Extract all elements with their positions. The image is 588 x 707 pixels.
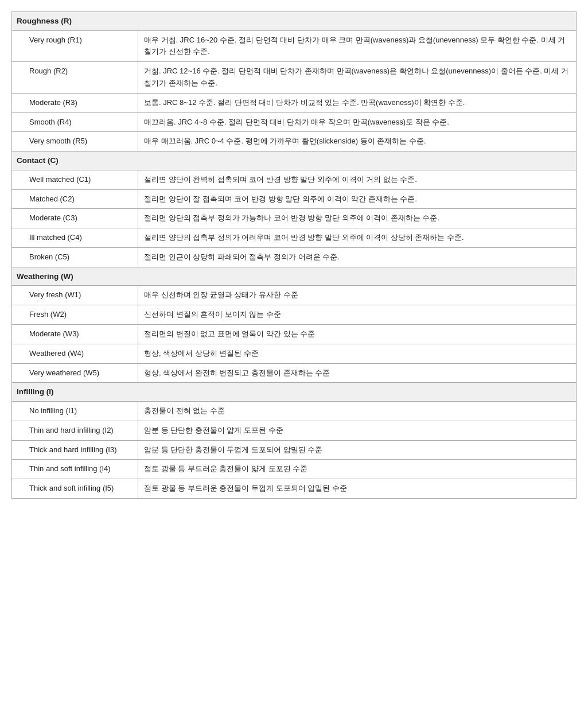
desc-cell-roughness-0: 매우 거칢. JRC 16~20 수준. 절리 단면적 대비 단차가 매우 크며… [138, 30, 577, 62]
section-title-infilling: Infilling (I) [12, 383, 577, 402]
table-row: Well matched (C1)절리면 양단이 완벽히 접촉되며 코어 반경 … [12, 170, 577, 189]
table-row: Rough (R2)거칢. JRC 12~16 수준. 절리 단면적 대비 단차… [12, 62, 577, 94]
section-title-contact: Contact (C) [12, 152, 577, 170]
table-row: Broken (C5)절리면 인근이 상당히 파쇄되어 접촉부 정의가 어려운 … [12, 247, 577, 267]
table-row: Very fresh (W1)매우 신선하며 인장 균열과 상태가 유사한 수준 [12, 286, 577, 305]
term-cell-infilling-2: Thick and hard infilling (I3) [12, 440, 138, 460]
table-row: Matched (C2)절리면 양단이 잘 접촉되며 코어 반경 방향 말단 외… [12, 189, 577, 209]
table-row: No infilling (I1)충전물이 전혀 없는 수준 [12, 401, 577, 421]
term-cell-roughness-0: Very rough (R1) [12, 30, 138, 62]
table-row: Very weathered (W5)형상, 색상에서 완전히 변질되고 충전물… [12, 363, 577, 383]
table-row: Thin and soft infilling (I4)점토 광물 등 부드러운… [12, 460, 577, 479]
desc-cell-weathering-1: 신선하며 변질의 흔적이 보이지 않는 수준 [138, 305, 577, 325]
desc-cell-contact-2: 절리면 양단의 접촉부 정의가 가능하나 코어 반경 방향 말단 외주에 이격이… [138, 209, 577, 228]
section-title-roughness: Roughness (R) [12, 12, 577, 31]
desc-cell-infilling-2: 암분 등 단단한 충전물이 두껍게 도포되어 압밀된 수준 [138, 440, 577, 460]
classification-table: Roughness (R)Very rough (R1)매우 거칢. JRC 1… [11, 11, 577, 499]
desc-cell-contact-1: 절리면 양단이 잘 접촉되며 코어 반경 방향 말단 외주에 이격이 약간 존재… [138, 189, 577, 209]
table-row: Thick and soft infilling (I5)점토 광물 등 부드러… [12, 479, 577, 499]
term-cell-roughness-3: Smooth (R4) [12, 112, 138, 132]
table-row: Moderate (W3)절리면의 변질이 없고 표면에 얼룩이 약간 있는 수… [12, 324, 577, 344]
table-row: Very smooth (R5)매우 매끄러움. JRC 0~4 수준. 평면에… [12, 132, 577, 152]
table-row: Thick and hard infilling (I3)암분 등 단단한 충전… [12, 440, 577, 460]
table-row: Thin and hard infilling (I2)암분 등 단단한 충전물… [12, 421, 577, 440]
term-cell-weathering-4: Very weathered (W5) [12, 363, 138, 383]
desc-cell-infilling-3: 점토 광물 등 부드러운 충전물이 얇게 도포된 수준 [138, 460, 577, 479]
desc-cell-contact-4: 절리면 인근이 상당히 파쇄되어 접촉부 정의가 어려운 수준. [138, 247, 577, 267]
desc-cell-roughness-1: 거칢. JRC 12~16 수준. 절리 단면적 대비 단차가 존재하며 만곡(… [138, 62, 577, 94]
table-row: Moderate (C3)절리면 양단의 접촉부 정의가 가능하나 코어 반경 … [12, 209, 577, 228]
term-cell-contact-2: Moderate (C3) [12, 209, 138, 228]
term-cell-infilling-1: Thin and hard infilling (I2) [12, 421, 138, 440]
table-row: Very rough (R1)매우 거칢. JRC 16~20 수준. 절리 단… [12, 30, 577, 62]
term-cell-weathering-0: Very fresh (W1) [12, 286, 138, 305]
desc-cell-infilling-1: 암분 등 단단한 충전물이 얇게 도포된 수준 [138, 421, 577, 440]
table-row: Ill matched (C4)절리면 양단의 접촉부 정의가 어려우며 코어 … [12, 228, 577, 248]
desc-cell-infilling-4: 점토 광물 등 부드러운 충전물이 두껍게 도포되어 압밀된 수준 [138, 479, 577, 499]
desc-cell-weathering-4: 형상, 색상에서 완전히 변질되고 충전물이 존재하는 수준 [138, 363, 577, 383]
term-cell-weathering-1: Fresh (W2) [12, 305, 138, 325]
section-header-roughness: Roughness (R) [12, 12, 577, 31]
section-header-weathering: Weathering (W) [12, 267, 577, 286]
table-row: Moderate (R3)보통. JRC 8~12 수준. 절리 단면적 대비 … [12, 93, 577, 112]
desc-cell-weathering-2: 절리면의 변질이 없고 표면에 얼룩이 약간 있는 수준 [138, 324, 577, 344]
section-header-contact: Contact (C) [12, 152, 577, 170]
term-cell-infilling-0: No infilling (I1) [12, 401, 138, 421]
term-cell-weathering-3: Weathered (W4) [12, 344, 138, 363]
section-header-infilling: Infilling (I) [12, 383, 577, 402]
desc-cell-contact-3: 절리면 양단의 접촉부 정의가 어려우며 코어 반경 방향 말단 외주에 이격이… [138, 228, 577, 248]
desc-cell-roughness-3: 매끄러움. JRC 4~8 수준. 절리 단면적 대비 단차가 매우 작으며 만… [138, 112, 577, 132]
term-cell-contact-0: Well matched (C1) [12, 170, 138, 189]
desc-cell-weathering-3: 형상, 색상에서 상당히 변질된 수준 [138, 344, 577, 363]
term-cell-contact-3: Ill matched (C4) [12, 228, 138, 248]
table-row: Weathered (W4)형상, 색상에서 상당히 변질된 수준 [12, 344, 577, 363]
term-cell-infilling-4: Thick and soft infilling (I5) [12, 479, 138, 499]
desc-cell-weathering-0: 매우 신선하며 인장 균열과 상태가 유사한 수준 [138, 286, 577, 305]
desc-cell-contact-0: 절리면 양단이 완벽히 접촉되며 코어 반경 방향 말단 외주에 이격이 거의 … [138, 170, 577, 189]
table-row: Fresh (W2)신선하며 변질의 흔적이 보이지 않는 수준 [12, 305, 577, 325]
term-cell-contact-1: Matched (C2) [12, 189, 138, 209]
term-cell-roughness-1: Rough (R2) [12, 62, 138, 94]
term-cell-infilling-3: Thin and soft infilling (I4) [12, 460, 138, 479]
term-cell-contact-4: Broken (C5) [12, 247, 138, 267]
term-cell-roughness-4: Very smooth (R5) [12, 132, 138, 152]
desc-cell-roughness-4: 매우 매끄러움. JRC 0~4 수준. 평면에 가까우며 활면(slicken… [138, 132, 577, 152]
table-row: Smooth (R4)매끄러움. JRC 4~8 수준. 절리 단면적 대비 단… [12, 112, 577, 132]
section-title-weathering: Weathering (W) [12, 267, 577, 286]
term-cell-roughness-2: Moderate (R3) [12, 93, 138, 112]
desc-cell-roughness-2: 보통. JRC 8~12 수준. 절리 단면적 대비 단차가 비교적 있는 수준… [138, 93, 577, 112]
desc-cell-infilling-0: 충전물이 전혀 없는 수준 [138, 401, 577, 421]
term-cell-weathering-2: Moderate (W3) [12, 324, 138, 344]
